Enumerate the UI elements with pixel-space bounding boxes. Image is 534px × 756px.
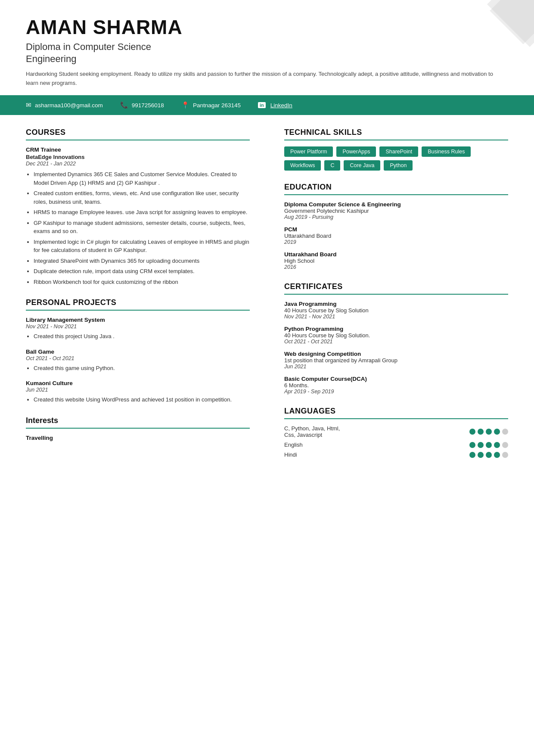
edu-date: 2019 — [284, 239, 508, 245]
interests-title: Interests — [26, 416, 250, 429]
language-row: Hindi — [284, 451, 508, 458]
language-name: English — [284, 442, 370, 448]
interest-item: Travelling — [26, 435, 250, 441]
project-bullet-item: Created this game using Python. — [34, 364, 250, 373]
edu-degree: Uttarakhand Board — [284, 251, 508, 258]
dot-filled — [494, 429, 500, 435]
education-title: EDUCATION — [284, 183, 508, 195]
dot-empty — [502, 442, 508, 448]
dot-filled — [486, 452, 492, 458]
email-value: asharmaa100@gmail.com — [35, 102, 103, 109]
cert-date: Jun 2021 — [284, 364, 508, 370]
phone-value: 9917256018 — [132, 102, 164, 109]
courses-section: COURSES CRM Trainee BetaEdge Innovations… — [26, 128, 250, 286]
phone-icon: 📞 — [120, 101, 128, 109]
project-block: Library Management SystemNov 2021 - Nov … — [26, 317, 250, 341]
candidate-title: Diploma in Computer ScienceEngineering — [26, 41, 508, 65]
language-row: English — [284, 442, 508, 448]
edu-school: Government Polytechnic Kashipur — [284, 208, 508, 214]
candidate-name: AMAN SHARMA — [26, 16, 508, 38]
language-dots — [469, 442, 508, 448]
edu-school: Uttarakhand Board — [284, 233, 508, 239]
skill-tag: C — [324, 160, 340, 171]
location-value: Pantnagar 263145 — [193, 102, 241, 109]
project-bullet-item: Created this project Using Java . — [34, 332, 250, 341]
projects-container: Library Management SystemNov 2021 - Nov … — [26, 317, 250, 404]
language-name: C, Python, Java, Html,Css, Javascript — [284, 425, 370, 438]
project-name: Library Management System — [26, 317, 250, 323]
project-date: Nov 2021 - Nov 2021 — [26, 324, 250, 330]
courses-title: COURSES — [26, 128, 250, 140]
projects-section: PERSONAL PROJECTS Library Management Sys… — [26, 298, 250, 404]
skills-title: TECHNICAL SKILLS — [284, 128, 508, 140]
languages-container: C, Python, Java, Html,Css, JavascriptEng… — [284, 425, 508, 458]
cert-detail: 40 Hours Course by Slog Solution — [284, 307, 508, 314]
course-bullet-item: GP Kashipur to manage student admissions… — [34, 219, 250, 236]
dot-filled — [469, 452, 475, 458]
project-name: Ball Game — [26, 348, 250, 355]
course-bullet-item: Integrated SharePoint with Dynamics 365 … — [34, 257, 250, 265]
language-name: Hindi — [284, 451, 370, 458]
dot-empty — [502, 452, 508, 458]
dot-filled — [494, 452, 500, 458]
course-company: BetaEdge Innovations — [26, 154, 250, 160]
contact-phone: 📞 9917256018 — [120, 101, 164, 109]
skill-tag: Business Rules — [422, 146, 471, 157]
dot-filled — [478, 442, 484, 448]
cert-date: Apr 2019 - Sep 2019 — [284, 389, 508, 395]
dot-filled — [469, 429, 475, 435]
contact-bar: ✉ asharmaa100@gmail.com 📞 9917256018 📍 P… — [0, 95, 534, 115]
dot-filled — [469, 442, 475, 448]
dot-filled — [486, 429, 492, 435]
skill-tag: Workflows — [284, 160, 321, 171]
project-date: Jun 2021 — [26, 387, 250, 393]
certificates-section: CERTIFICATES Java Programming40 Hours Co… — [284, 282, 508, 395]
skills-section: TECHNICAL SKILLS Power PlatformPowerApps… — [284, 128, 508, 171]
dot-filled — [494, 442, 500, 448]
course-bullet-item: Duplicate detection rule, import data us… — [34, 267, 250, 276]
cert-name: Basic Computer Course(DCA) — [284, 376, 508, 382]
cert-name: Web designing Competition — [284, 351, 508, 357]
main-content: COURSES CRM Trainee BetaEdge Innovations… — [0, 115, 534, 500]
languages-section: LANGUAGES C, Python, Java, Html,Css, Jav… — [284, 407, 508, 458]
project-bullets: Created this project Using Java . — [26, 332, 250, 341]
course-bullet-item: Created custom entities, forms, views, e… — [34, 189, 250, 206]
cert-detail: 40 Hours Course by Slog Solution. — [284, 332, 508, 339]
projects-title: PERSONAL PROJECTS — [26, 298, 250, 311]
right-column: TECHNICAL SKILLS Power PlatformPowerApps… — [267, 115, 534, 483]
candidate-summary: Hardworking Student seeking employment. … — [26, 70, 500, 88]
edu-degree: PCM — [284, 226, 508, 233]
dot-filled — [486, 442, 492, 448]
skill-tag: PowerApps — [336, 146, 376, 157]
left-column: COURSES CRM Trainee BetaEdge Innovations… — [0, 115, 267, 483]
course-date: Dec 2021 - Jan 2022 — [26, 161, 250, 167]
language-dots — [469, 429, 508, 435]
project-block: Kumaoni CultureJun 2021Created this webs… — [26, 380, 250, 404]
course-bullet-item: HRMS to manage Employee leaves. use Java… — [34, 208, 250, 217]
course-bullet-item: Implemented logic in C# plugin for calcu… — [34, 238, 250, 255]
education-section: EDUCATION Diploma Computer Science & Eng… — [284, 183, 508, 270]
certificates-title: CERTIFICATES — [284, 282, 508, 295]
email-icon: ✉ — [26, 101, 31, 109]
skill-tag: Python — [384, 160, 413, 171]
course-bullet-item: Ribbon Workbench tool for quick customiz… — [34, 278, 250, 286]
interests-section: Interests Travelling — [26, 416, 250, 441]
linkedin-link[interactable]: LinkedIn — [270, 102, 292, 109]
cert-detail: 6 Months. — [284, 382, 508, 389]
edu-date: 2016 — [284, 264, 508, 270]
project-block: Ball GameOct 2021 - Oct 2021Created this… — [26, 348, 250, 373]
education-block: Uttarakhand BoardHigh School2016 — [284, 251, 508, 270]
course-bullets: Implemented Dynamics 365 CE Sales and Cu… — [26, 170, 250, 286]
interests-container: Travelling — [26, 435, 250, 441]
dot-filled — [478, 452, 484, 458]
education-container: Diploma Computer Science & EngineeringGo… — [284, 201, 508, 270]
header-section: AMAN SHARMA Diploma in Computer ScienceE… — [0, 0, 534, 87]
linkedin-icon: in — [258, 102, 266, 108]
project-bullet-item: Created this website Using WordPress and… — [34, 395, 250, 404]
dot-filled — [478, 429, 484, 435]
project-bullets: Created this website Using WordPress and… — [26, 395, 250, 404]
skills-grid: Power PlatformPowerAppsSharePointBusines… — [284, 146, 508, 171]
location-icon: 📍 — [181, 101, 189, 109]
certificate-block: Basic Computer Course(DCA)6 Months.Apr 2… — [284, 376, 508, 395]
languages-title: LANGUAGES — [284, 407, 508, 419]
